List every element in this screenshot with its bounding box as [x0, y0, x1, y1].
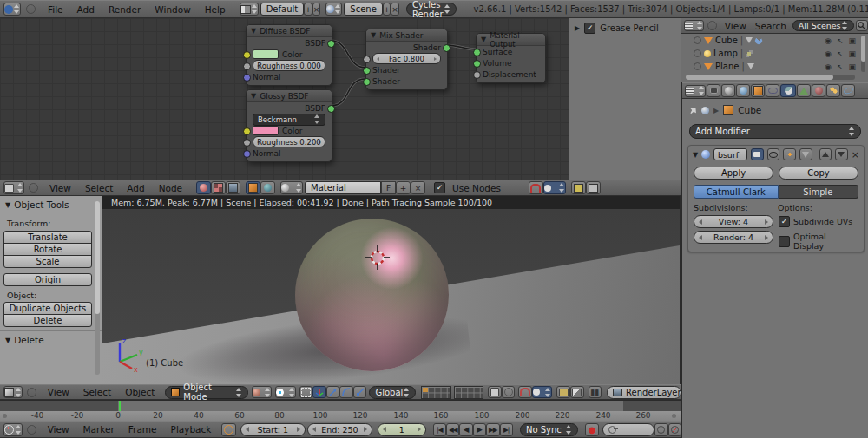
snap-icon[interactable]: [529, 181, 543, 194]
node-collapse-icon[interactable]: ▼: [481, 36, 486, 43]
collapse-menus-icon[interactable]: [27, 388, 36, 397]
delete-keyframe-icon[interactable]: [668, 423, 681, 436]
cage-display-icon[interactable]: [799, 148, 812, 160]
pivot-point-icon[interactable]: [275, 386, 296, 398]
selectable-icon[interactable]: ↖: [837, 49, 844, 58]
layers-grid-1[interactable]: [421, 386, 450, 399]
tab-material-icon[interactable]: [812, 84, 825, 97]
node-mix-shader[interactable]: ▼Mix Shader Shader Fac 0.800 Shader Shad…: [365, 29, 448, 90]
origin-button[interactable]: Origin: [3, 273, 92, 286]
menu-file[interactable]: File: [41, 4, 70, 15]
delete-button[interactable]: Delete: [3, 314, 92, 327]
search-icon[interactable]: [856, 20, 868, 31]
tab-scene-icon[interactable]: [721, 84, 735, 97]
keying-set-field[interactable]: [602, 423, 654, 436]
preview-range-clock-icon[interactable]: [221, 423, 235, 436]
render-visibility-icon[interactable]: [751, 148, 764, 160]
node-material-output[interactable]: ▼Material Output Surface Volume Displace…: [476, 33, 546, 83]
texture-nodes-icon[interactable]: [211, 181, 226, 194]
editor-type-node-icon[interactable]: [3, 181, 24, 194]
input-socket-surface[interactable]: [473, 49, 481, 56]
move-modifier-down-icon[interactable]: [835, 148, 848, 160]
menu-select[interactable]: Select: [76, 387, 118, 397]
object-name[interactable]: Cube: [715, 36, 738, 45]
play-reverse-button[interactable]: ◀: [459, 423, 472, 436]
input-socket-roughness[interactable]: [243, 62, 251, 70]
menu-render[interactable]: Render: [102, 4, 148, 15]
material-add-button[interactable]: +: [396, 181, 411, 194]
scene-close-button[interactable]: ×: [391, 3, 399, 16]
layout-close-button[interactable]: ×: [312, 3, 321, 16]
expand-icon[interactable]: [694, 62, 701, 70]
snap-element-icon[interactable]: [532, 386, 553, 398]
editmode-display-icon[interactable]: [783, 148, 796, 160]
shader-nodes-icon[interactable]: [196, 181, 211, 194]
tab-physics-icon[interactable]: [841, 84, 855, 97]
apply-modifier-button[interactable]: Apply: [694, 167, 773, 180]
move-modifier-up-icon[interactable]: [819, 148, 832, 160]
input-socket-shader-2[interactable]: [363, 78, 371, 86]
interaction-mode-select[interactable]: Object Mode: [165, 386, 247, 399]
rotate-arc-manipulator-icon[interactable]: [339, 386, 353, 398]
modifier-name-field[interactable]: bsurf: [713, 148, 747, 160]
layers-grid-2[interactable]: [454, 386, 483, 399]
menu-search[interactable]: Search: [751, 21, 791, 31]
current-frame-field[interactable]: 1: [378, 423, 426, 436]
editor-type-3dview-icon[interactable]: [3, 386, 23, 398]
expand-icon[interactable]: [694, 49, 701, 57]
rotate-manipulator-icon[interactable]: [326, 386, 340, 398]
distribution-select[interactable]: Beckmann: [253, 114, 326, 126]
object-shader-icon[interactable]: [246, 181, 260, 194]
opengl-render-still-icon[interactable]: [556, 386, 570, 398]
input-socket-color[interactable]: [243, 127, 251, 135]
grease-pencil-checkbox[interactable]: ✓: [584, 23, 595, 34]
roughness-slider[interactable]: Roughness 0.000: [253, 60, 326, 71]
collapse-menus-icon[interactable]: [27, 425, 36, 435]
scene-add-button[interactable]: +: [383, 3, 391, 16]
output-socket-bsdf[interactable]: [327, 105, 335, 113]
tab-modifiers-icon[interactable]: [780, 84, 796, 97]
translate-manipulator-icon[interactable]: [312, 386, 326, 398]
tab-render-icon[interactable]: [707, 84, 720, 97]
copy-modifier-button[interactable]: Copy: [779, 167, 858, 180]
roughness-slider[interactable]: Roughness 0.200: [253, 136, 326, 147]
menu-window[interactable]: Window: [148, 4, 197, 15]
input-socket-roughness[interactable]: [243, 139, 251, 147]
world-shader-icon[interactable]: [260, 181, 275, 194]
viewport-shading-icon[interactable]: [252, 386, 273, 398]
paste-nodegroup-icon[interactable]: [586, 181, 601, 194]
timeline-track[interactable]: [0, 400, 681, 411]
menu-view[interactable]: View: [41, 387, 76, 397]
panel-collapse-icon[interactable]: ▼: [5, 337, 10, 344]
delete-modifier-icon[interactable]: ×: [852, 149, 859, 160]
menu-frame[interactable]: Frame: [122, 424, 164, 435]
tab-object-data-icon[interactable]: [797, 84, 811, 97]
frame-start-slider[interactable]: Start: 1: [240, 423, 306, 436]
modifier-expand-icon[interactable]: ▼: [693, 151, 698, 159]
menu-node[interactable]: Node: [152, 183, 189, 193]
menu-object[interactable]: Object: [118, 387, 161, 397]
editor-type-properties-icon[interactable]: [685, 85, 706, 97]
fake-user-button[interactable]: F: [381, 181, 396, 194]
render-subdivisions-slider[interactable]: Render: 4: [694, 231, 773, 244]
scale-button[interactable]: Scale: [3, 255, 92, 268]
node-collapse-icon[interactable]: ▼: [251, 27, 256, 35]
rotate-button[interactable]: Rotate: [3, 243, 92, 256]
output-socket-bsdf[interactable]: [327, 40, 335, 48]
compositing-nodes-icon[interactable]: [226, 181, 240, 194]
tab-object-icon[interactable]: [751, 84, 765, 97]
frame-end-slider[interactable]: End: 250: [307, 423, 372, 436]
snap-magnet-icon[interactable]: [518, 386, 532, 398]
menu-view[interactable]: View: [720, 21, 751, 31]
input-socket-color[interactable]: [243, 51, 251, 59]
outliner-row-plane[interactable]: Plane | ◉↖▣: [681, 60, 868, 73]
fac-slider[interactable]: Fac 0.800: [372, 53, 441, 64]
renderable-icon[interactable]: ▣: [848, 36, 856, 45]
record-button[interactable]: ●: [585, 423, 598, 436]
jump-to-start-button[interactable]: |◀: [433, 423, 446, 436]
collapse-menus-icon[interactable]: [707, 21, 717, 30]
opengl-render-anim-icon[interactable]: [570, 386, 584, 398]
scene-name[interactable]: Scene: [344, 3, 383, 16]
outliner-vertical-scrollbar[interactable]: [861, 36, 865, 72]
subdivision-type-catmull-button[interactable]: Catmull-Clark: [694, 185, 779, 199]
